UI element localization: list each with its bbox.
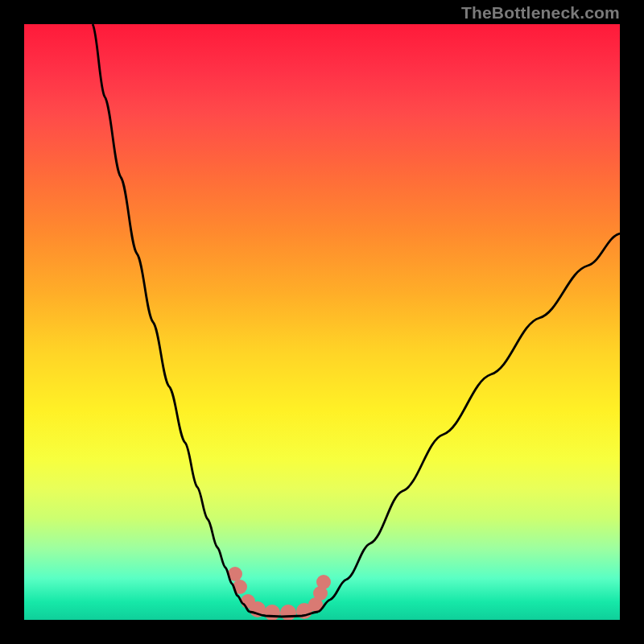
right-curve	[318, 233, 620, 612]
chart-plot-area	[24, 24, 620, 620]
chart-svg	[24, 24, 620, 620]
chart-frame: TheBottleneck.com	[0, 0, 644, 644]
left-curve	[93, 24, 250, 612]
highlight-dot	[316, 575, 331, 589]
watermark-text: TheBottleneck.com	[461, 3, 620, 23]
